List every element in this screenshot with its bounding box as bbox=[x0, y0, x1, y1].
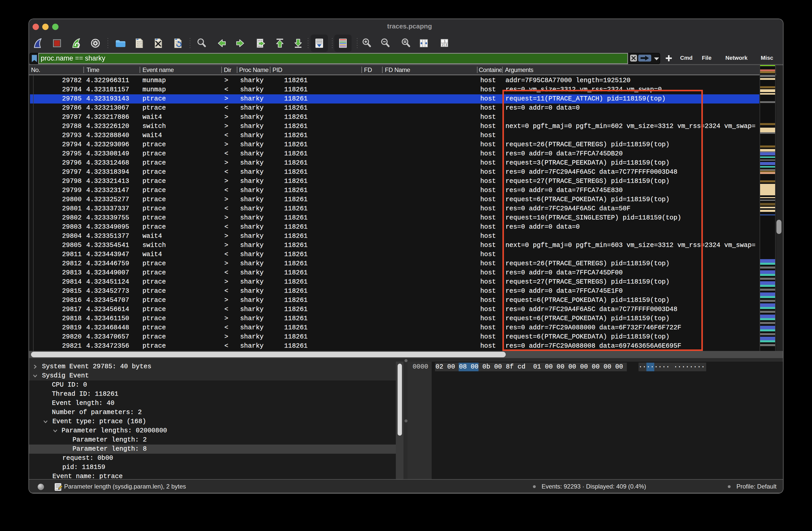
svg-text:01110: 01110 bbox=[137, 45, 143, 47]
svg-text:2: 2 bbox=[442, 43, 444, 47]
svg-text:1: 1 bbox=[444, 40, 446, 43]
svg-text:3: 3 bbox=[446, 43, 447, 47]
